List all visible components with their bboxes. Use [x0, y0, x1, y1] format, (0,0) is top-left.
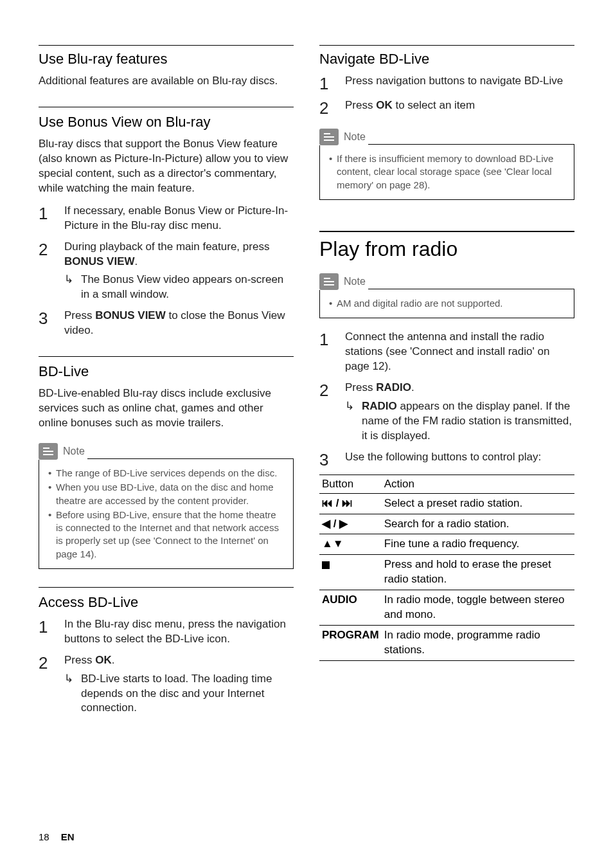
button-cell: ⏮ / ⏭ — [319, 493, 382, 514]
button-cell: ▲▼ — [319, 534, 382, 555]
table-row: ◀ / ▶ Search for a radio station. — [319, 514, 574, 534]
result-text: The Bonus View video appears on-screen i… — [81, 273, 294, 302]
steps-access-bdlive: 1 In the Blu-ray disc menu, press the na… — [39, 617, 294, 716]
step-number: 3 — [39, 309, 64, 338]
step-text: If necessary, enable Bonus View or Pictu… — [64, 204, 294, 233]
text: Press — [64, 309, 95, 321]
result-text: BD-Live starts to load. The loading time… — [81, 672, 294, 716]
step-number: 2 — [319, 98, 345, 116]
step-number: 2 — [39, 240, 64, 303]
body-bdlive: BD-Live-enabled Blu-ray discs include ex… — [39, 386, 294, 431]
divider — [319, 45, 574, 46]
table-row: PROGRAM In radio mode, programme radio s… — [319, 626, 574, 661]
button-label: RADIO — [376, 381, 411, 393]
table-row: AUDIO In radio mode, toggle between ster… — [319, 590, 574, 626]
step-number: 1 — [319, 330, 345, 374]
heading-access-bdlive: Access BD-Live — [39, 594, 294, 611]
heading-bonus-view: Use Bonus View on Blu-ray — [39, 114, 294, 131]
note-item: The range of BD-Live services depends on… — [48, 467, 284, 480]
note-item: Before using BD-Live, ensure that the ho… — [48, 509, 284, 561]
step-number: 2 — [39, 653, 64, 716]
page-number: 18 — [39, 831, 49, 842]
note-item: When you use BD-Live, data on the disc a… — [48, 481, 284, 507]
step-text: During playback of the main feature, pre… — [64, 240, 294, 303]
divider — [319, 231, 574, 232]
heading-navigate-bdlive: Navigate BD-Live — [319, 51, 574, 68]
table-row: Press and hold to erase the preset radio… — [319, 555, 574, 590]
table-row: ▲▼ Fine tune a radio frequency. — [319, 534, 574, 555]
note-box: Note AM and digital radio are not suppor… — [319, 273, 574, 318]
button-label: OK — [95, 654, 112, 666]
button-label: RADIO — [362, 400, 397, 412]
steps-bonus-view: 1 If necessary, enable Bonus View or Pic… — [39, 204, 294, 339]
step-number: 1 — [39, 617, 64, 647]
steps-play-radio: 1 Connect the antenna and install the ra… — [319, 330, 574, 468]
button-cell: ◀ / ▶ — [319, 514, 382, 534]
button-cell — [319, 555, 382, 590]
note-icon — [39, 443, 58, 460]
result-arrow-icon: ↳ — [64, 672, 81, 716]
action-cell: Select a preset radio station. — [382, 493, 574, 514]
divider — [39, 587, 294, 588]
action-cell: In radio mode, toggle between stereo and… — [382, 590, 574, 626]
step-text: Press RADIO. ↳ RADIO appears on the disp… — [345, 381, 574, 444]
action-cell: In radio mode, programme radio stations. — [382, 626, 574, 661]
language-code: EN — [61, 831, 75, 842]
table-header-button: Button — [319, 475, 382, 493]
step-text: In the Blu-ray disc menu, press the navi… — [64, 617, 294, 647]
heading-play-from-radio: Play from radio — [319, 237, 574, 261]
divider — [39, 45, 294, 46]
button-cell: PROGRAM — [319, 626, 382, 661]
button-action-table: Button Action ⏮ / ⏭ Select a preset radi… — [319, 475, 574, 661]
heading-bdlive: BD-Live — [39, 363, 294, 380]
text: to select an item — [393, 99, 475, 111]
body-bonus-view: Blu-ray discs that support the Bonus Vie… — [39, 137, 294, 196]
table-row: ⏮ / ⏭ Select a preset radio station. — [319, 493, 574, 514]
note-box: Note If there is insufficient memory to … — [319, 128, 574, 200]
note-label: Note — [344, 276, 366, 287]
step-text: Press OK to select an item — [345, 98, 574, 116]
result-text: RADIO appears on the display panel. If t… — [362, 399, 574, 444]
stop-icon — [322, 561, 330, 569]
button-label: BONUS VIEW — [95, 309, 166, 321]
step-number: 3 — [319, 450, 345, 468]
divider — [39, 107, 294, 107]
text: . — [135, 255, 138, 267]
body-bluray-features: Additional features are available on Blu… — [39, 74, 294, 89]
note-box: Note The range of BD-Live services depen… — [39, 442, 294, 569]
step-number: 1 — [319, 74, 345, 92]
button-label: BONUS VIEW — [64, 255, 135, 267]
result-arrow-icon: ↳ — [64, 273, 81, 302]
action-cell: Fine tune a radio frequency. — [382, 534, 574, 555]
step-text: Press BONUS VIEW to close the Bonus View… — [64, 309, 294, 338]
note-item: If there is insufficient memory to downl… — [329, 152, 565, 192]
text: . — [112, 654, 115, 666]
button-label: OK — [376, 99, 393, 111]
text: During playback of the main feature, pre… — [64, 240, 269, 253]
step-text: Press OK. ↳ BD-Live starts to load. The … — [64, 653, 294, 716]
text: . — [411, 381, 414, 393]
table-header-action: Action — [382, 475, 574, 493]
text: Press — [64, 654, 95, 666]
step-number: 1 — [39, 204, 64, 233]
note-icon — [319, 129, 339, 145]
note-label: Note — [63, 446, 85, 457]
note-icon — [319, 273, 339, 290]
page-footer: 18 EN — [39, 831, 75, 842]
button-cell: AUDIO — [319, 590, 382, 626]
divider — [39, 356, 294, 357]
heading-bluray-features: Use Blu-ray features — [39, 51, 294, 68]
step-text: Press navigation buttons to navigate BD-… — [345, 74, 574, 92]
text: Press — [345, 381, 376, 393]
step-text: Use the following buttons to control pla… — [345, 450, 574, 468]
steps-navigate-bdlive: 1 Press navigation buttons to navigate B… — [319, 74, 574, 116]
result-arrow-icon: ↳ — [345, 399, 362, 444]
action-cell: Search for a radio station. — [382, 514, 574, 534]
text: Press — [345, 99, 376, 111]
action-cell: Press and hold to erase the preset radio… — [382, 555, 574, 590]
step-number: 2 — [319, 381, 345, 444]
note-label: Note — [344, 131, 366, 143]
step-text: Connect the antenna and install the radi… — [345, 330, 574, 374]
note-item: AM and digital radio are not supported. — [329, 297, 565, 310]
